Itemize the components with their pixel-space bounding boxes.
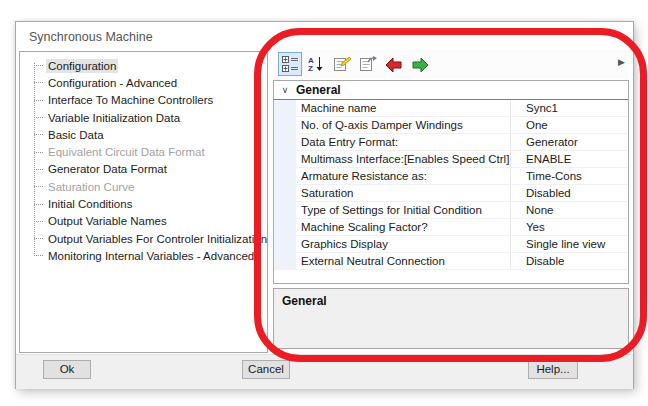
tree-item-label: Configuration (46, 59, 118, 73)
property-name: Saturation (296, 187, 510, 199)
property-name: Multimass Interface:[Enables Speed Ctrl] (296, 153, 510, 165)
property-name: Type of Settings for Initial Condition (296, 204, 510, 216)
tree-branch-icon (34, 82, 43, 83)
tree-item-basic-data[interactable]: Basic Data (20, 126, 267, 143)
tree-item-label: Generator Data Format (46, 162, 169, 176)
property-value[interactable]: Yes (510, 219, 628, 235)
property-row-q-axis-damper-windings[interactable]: No. of Q-axis Damper Windings One (296, 117, 628, 134)
tree-item-label: Basic Data (46, 128, 106, 142)
tree-item-interface-to-machine-controllers[interactable]: Interface To Machine Controllers (20, 92, 267, 109)
tree-branch-icon (34, 238, 43, 239)
tree-item-output-variables-for-controler-initialization[interactable]: Output Variables For Controler Initializ… (20, 230, 267, 247)
property-value[interactable]: One (510, 117, 628, 133)
dialog-window: Synchronous Machine ✕ Configuration Conf… (15, 21, 634, 389)
tree-branch-icon (34, 65, 43, 66)
tree-item-configuration-advanced[interactable]: Configuration - Advanced (20, 74, 267, 91)
description-panel: General (273, 288, 629, 349)
tree-item-label: Saturation Curve (46, 180, 136, 194)
property-name: External Neutral Connection (296, 255, 510, 267)
ok-button[interactable]: Ok (43, 360, 91, 379)
tree-item-configuration[interactable]: Configuration (20, 57, 267, 74)
tree-branch-icon (34, 117, 43, 118)
svg-text:Z: Z (308, 64, 313, 72)
export-page-arrow-icon[interactable] (356, 52, 380, 76)
property-value[interactable]: Single line view (510, 236, 628, 252)
tree-item-generator-data-format[interactable]: Generator Data Format (20, 161, 267, 178)
cancel-button[interactable]: Cancel (242, 360, 290, 379)
tree-item-label: Output Variables For Controler Initializ… (46, 232, 268, 246)
category-row-general[interactable]: ∨ General (274, 81, 628, 100)
property-grid-toolbar: A Z (273, 49, 629, 79)
property-value[interactable]: None (510, 202, 628, 218)
toolbar-overflow-icon[interactable]: ▶ (618, 57, 625, 67)
property-name: Machine name (296, 102, 510, 114)
tree-branch-icon (34, 169, 43, 170)
property-row-armature-resistance[interactable]: Armature Resistance as: Time-Cons (296, 168, 628, 185)
tree-item-monitoring-internal-variables-advanced[interactable]: Monitoring Internal Variables - Advanced (20, 247, 267, 264)
tree-item-output-variable-names[interactable]: Output Variable Names (20, 213, 267, 230)
footer-bar: Ok Cancel Help... (16, 354, 633, 389)
tree-item-label: Equivalent Circuit Data Format (46, 145, 207, 159)
property-value[interactable]: Disable (510, 253, 628, 269)
property-name: Data Entry Format: (296, 136, 510, 148)
tree-branch-icon (34, 100, 43, 101)
tree-item-equivalent-circuit-data-format[interactable]: Equivalent Circuit Data Format (20, 143, 267, 160)
tree-branch-icon (34, 255, 43, 256)
tree-branch-icon (34, 134, 43, 135)
tree-item-initial-conditions[interactable]: Initial Conditions (20, 195, 267, 212)
property-row-machine-scaling-factor[interactable]: Machine Scaling Factor? Yes (296, 219, 628, 236)
chevron-down-icon[interactable]: ∨ (274, 85, 296, 95)
property-name: Machine Scaling Factor? (296, 221, 510, 233)
tree-item-saturation-curve[interactable]: Saturation Curve (20, 178, 267, 195)
tree-item-variable-initialization-data[interactable]: Variable Initialization Data (20, 109, 267, 126)
tree-branch-icon (34, 221, 43, 222)
tree-item-label: Monitoring Internal Variables - Advanced (46, 249, 256, 263)
tree-item-label: Variable Initialization Data (46, 111, 182, 125)
dialog-title: Synchronous Machine (29, 30, 153, 44)
property-value[interactable]: Sync1 (510, 100, 628, 116)
tree-item-label: Interface To Machine Controllers (46, 93, 215, 107)
property-row-saturation[interactable]: Saturation Disabled (296, 185, 628, 202)
grid-margin-strip (274, 100, 296, 270)
description-title: General (282, 294, 620, 308)
property-name: Armature Resistance as: (296, 170, 510, 182)
property-row-data-entry-format[interactable]: Data Entry Format: Generator (296, 134, 628, 151)
property-row-multimass-interface[interactable]: Multimass Interface:[Enables Speed Ctrl]… (296, 151, 628, 168)
alphabetical-sort-icon[interactable]: A Z (304, 52, 328, 76)
property-pages-edit-icon[interactable] (330, 52, 354, 76)
tree-item-label: Initial Conditions (46, 197, 134, 211)
property-row-graphics-display[interactable]: Graphics Display Single line view (296, 236, 628, 253)
tree-item-label: Output Variable Names (46, 214, 169, 228)
property-value[interactable]: Disabled (510, 185, 628, 201)
property-row-initial-condition-settings[interactable]: Type of Settings for Initial Condition N… (296, 202, 628, 219)
green-forward-arrow-icon[interactable] (408, 52, 432, 76)
property-row-external-neutral-connection[interactable]: External Neutral Connection Disable (296, 253, 628, 270)
red-back-arrow-icon[interactable] (382, 52, 406, 76)
property-name: Graphics Display (296, 238, 510, 250)
property-value[interactable]: Generator (510, 134, 628, 150)
tree-branch-icon (34, 186, 43, 187)
property-value[interactable]: Time-Cons (510, 168, 628, 184)
tree-item-label: Configuration - Advanced (46, 76, 179, 90)
categorized-view-icon[interactable] (278, 52, 302, 76)
tree-branch-icon (34, 152, 43, 153)
tree-branch-icon (34, 204, 43, 205)
property-name: No. of Q-axis Damper Windings (296, 119, 510, 131)
property-value[interactable]: ENABLE (510, 151, 628, 167)
close-icon[interactable]: ✕ (607, 26, 617, 40)
category-tree-panel: Configuration Configuration - Advanced I… (19, 51, 268, 353)
property-row-machine-name[interactable]: Machine name Sync1 (296, 100, 628, 117)
property-grid: ∨ General Machine name Sync1 No. of Q-ax… (273, 80, 629, 284)
category-label: General (296, 83, 341, 97)
help-button[interactable]: Help... (528, 360, 578, 379)
